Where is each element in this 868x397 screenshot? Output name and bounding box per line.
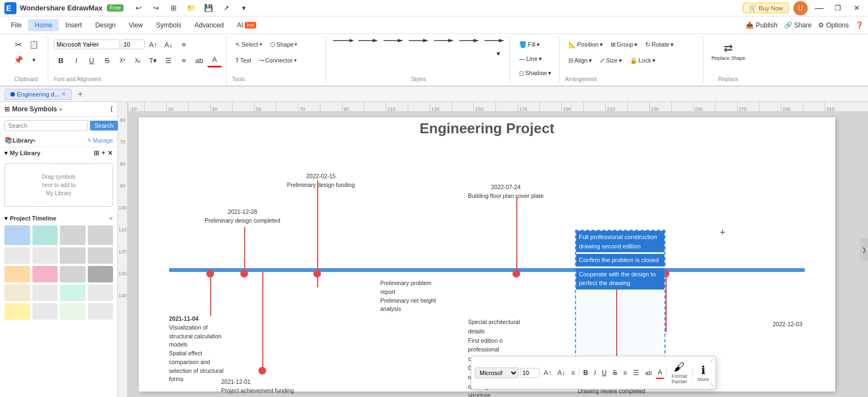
- connector-button[interactable]: ⤳ Connector ▾: [256, 53, 300, 67]
- paste-more[interactable]: ▾: [27, 53, 41, 67]
- ft-bold-btn[interactable]: B: [581, 367, 590, 378]
- open-button[interactable]: 📁: [184, 1, 198, 15]
- tab-add-button[interactable]: +: [74, 88, 86, 100]
- copy-button[interactable]: 📋: [26, 37, 41, 52]
- paste-button[interactable]: 📌: [11, 53, 26, 67]
- help-btn[interactable]: ❓: [855, 21, 864, 29]
- menu-ai[interactable]: AI hot: [230, 19, 263, 31]
- size-button[interactable]: ⤢ Size ▾: [596, 53, 625, 67]
- subscript-button[interactable]: X₂: [131, 53, 145, 67]
- replace-shape-button[interactable]: ⇄ Replace Shape: [709, 37, 748, 65]
- right-collapse-btn[interactable]: ❯: [860, 239, 868, 260]
- window-min[interactable]: —: [812, 1, 826, 15]
- redo-button[interactable]: ↪: [149, 1, 163, 15]
- ft-strike-btn[interactable]: S: [611, 367, 619, 378]
- ft-align-btn[interactable]: ≡: [569, 367, 577, 378]
- window-close[interactable]: ✕: [849, 1, 864, 15]
- thumb-17[interactable]: [4, 303, 30, 320]
- menu-home[interactable]: Home: [28, 19, 59, 31]
- ft-resize-handle-2[interactable]: ⤡: [710, 382, 714, 388]
- line-button[interactable]: — Line ▾: [516, 52, 545, 66]
- text-align-btn[interactable]: ≡: [177, 37, 191, 52]
- rotate-button[interactable]: ↻ Rotate ▾: [642, 37, 677, 52]
- thumb-9[interactable]: [4, 266, 30, 282]
- bold-button[interactable]: B: [54, 53, 68, 67]
- ft-color-btn[interactable]: A: [656, 367, 664, 379]
- thumb-1[interactable]: [4, 225, 30, 245]
- thumb-13[interactable]: [4, 285, 30, 301]
- thumb-3[interactable]: [60, 225, 86, 245]
- save-button[interactable]: 💾: [201, 1, 216, 15]
- thumb-6[interactable]: [32, 247, 58, 264]
- menu-advanced[interactable]: Advanced: [188, 19, 230, 31]
- ft-list1-btn[interactable]: ≡: [621, 367, 629, 378]
- fill-button[interactable]: 🪣 Fill ▾: [516, 37, 543, 52]
- share-btn[interactable]: 🔗 Share: [784, 21, 811, 29]
- menu-file[interactable]: File: [4, 19, 28, 31]
- highlight-btn[interactable]: ab: [192, 53, 206, 67]
- options-btn[interactable]: ⚙ Options: [818, 21, 849, 29]
- shadow-button[interactable]: ◻ Shadow ▾: [516, 66, 555, 80]
- thumb-20[interactable]: [88, 303, 114, 320]
- ft-increase-btn[interactable]: A↑: [542, 367, 554, 378]
- add-library-btn[interactable]: +: [102, 149, 105, 157]
- select-button[interactable]: ↖ Select ▾: [232, 37, 266, 52]
- text-button[interactable]: T Text: [232, 53, 255, 67]
- group-button[interactable]: ⊞ Group ▾: [607, 37, 641, 52]
- user-avatar[interactable]: U: [793, 1, 808, 15]
- manage-link[interactable]: ✎ Manage: [87, 138, 113, 144]
- font-color-btn[interactable]: A: [207, 53, 222, 67]
- ft-highlight-btn[interactable]: ab: [643, 368, 654, 378]
- list-btn[interactable]: ☰: [161, 53, 176, 67]
- increase-font-btn[interactable]: A↑: [146, 37, 160, 52]
- format-painter-btn[interactable]: 🖌 Format Painter: [668, 359, 691, 387]
- ft-resize-handle[interactable]: ⤢: [710, 358, 714, 363]
- font-size-input[interactable]: [121, 39, 145, 49]
- text-more-btn[interactable]: T▾: [146, 53, 160, 67]
- canvas-area[interactable]: Engineering Project 2022-02-15 Prelimina…: [128, 112, 868, 397]
- menu-symbols[interactable]: Symbols: [150, 19, 188, 31]
- thumb-16[interactable]: [88, 285, 114, 301]
- thumb-4[interactable]: [88, 225, 114, 245]
- search-button[interactable]: Search: [90, 121, 118, 131]
- more-btn[interactable]: ▾: [236, 1, 251, 15]
- new-button[interactable]: ⊞: [166, 1, 181, 15]
- publish-btn[interactable]: 📤 Publish: [746, 21, 777, 29]
- list2-btn[interactable]: ≡: [177, 53, 191, 67]
- underline-button[interactable]: U: [84, 53, 99, 67]
- more-btn[interactable]: ℹ More: [695, 361, 713, 384]
- menu-view[interactable]: View: [122, 19, 150, 31]
- shape-button[interactable]: ⬡ Shape ▾: [267, 37, 301, 52]
- align-button[interactable]: ⊟ Align ▾: [565, 53, 595, 67]
- tab-engineering[interactable]: Engineering d... ✕: [4, 89, 72, 100]
- ft-size-input[interactable]: [520, 368, 540, 378]
- thumb-12[interactable]: [88, 266, 114, 282]
- search-input[interactable]: [4, 120, 88, 131]
- canvas-wrapper[interactable]: -10 10 30 50 70 90 110 130 150 170: [118, 102, 868, 397]
- thumb-11[interactable]: [60, 266, 86, 282]
- close-library-btn[interactable]: ✕: [108, 149, 113, 157]
- view-grid-btn[interactable]: ⊞: [94, 149, 99, 157]
- thumb-8[interactable]: [88, 247, 114, 264]
- italic-button[interactable]: I: [69, 53, 83, 67]
- thumb-14[interactable]: [32, 285, 58, 301]
- thumb-18[interactable]: [32, 303, 58, 320]
- buy-now-button[interactable]: 🛒 Buy Now: [743, 3, 789, 13]
- font-family-input[interactable]: [54, 39, 120, 49]
- thumb-2[interactable]: [32, 225, 58, 245]
- ft-font-select[interactable]: Microsof: [475, 367, 518, 378]
- lock-button[interactable]: 🔒 Lock ▾: [627, 53, 659, 67]
- position-button[interactable]: 📐 Position ▾: [565, 37, 606, 52]
- cut-button[interactable]: ✂: [11, 37, 25, 52]
- tab-close[interactable]: ✕: [61, 91, 66, 97]
- export-button[interactable]: ↗: [219, 1, 233, 15]
- window-restore[interactable]: ❐: [831, 1, 845, 15]
- ft-list2-btn[interactable]: ☰: [631, 367, 641, 378]
- undo-button[interactable]: ↩: [131, 1, 145, 15]
- ft-italic-btn[interactable]: I: [592, 367, 598, 378]
- arrow-more-btn[interactable]: ▾: [491, 46, 505, 60]
- thumb-7[interactable]: [60, 247, 86, 264]
- close-timeline-btn[interactable]: ✕: [109, 215, 113, 222]
- collapse-btn[interactable]: ⟨: [110, 105, 113, 113]
- decrease-font-btn[interactable]: A↓: [161, 37, 176, 52]
